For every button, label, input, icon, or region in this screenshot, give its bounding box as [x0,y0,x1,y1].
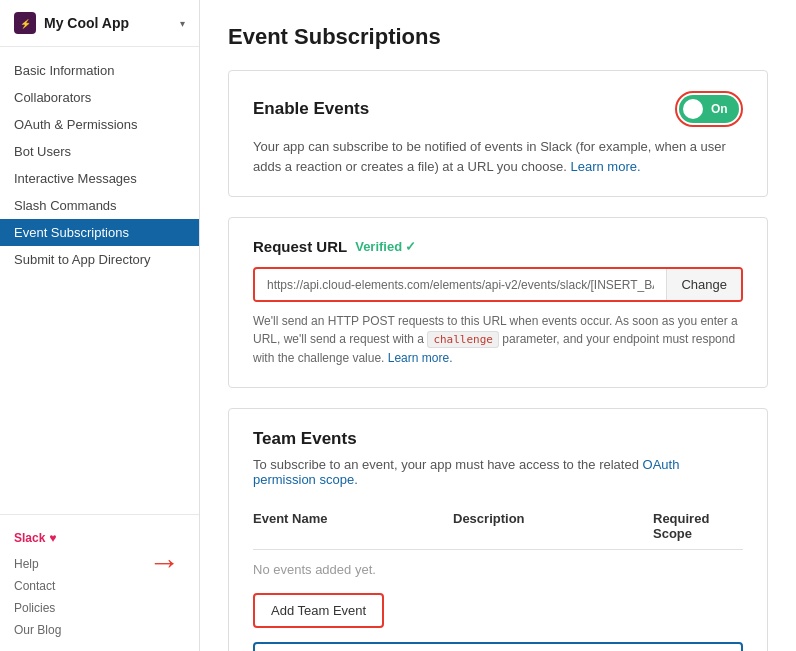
app-name: My Cool App [44,15,172,31]
sidebar-item-basic-information[interactable]: Basic Information [0,57,199,84]
col-description: Description [453,511,653,541]
no-events-text: No events added yet. [253,550,743,593]
enable-events-header: Enable Events On [253,91,743,127]
request-url-title-row: Request URL Verified ✓ [253,238,743,255]
checkmark-icon: ✓ [405,239,416,254]
verified-badge: Verified ✓ [355,239,416,254]
app-selector[interactable]: ⚡ My Cool App ▾ [0,0,199,47]
sidebar-item-submit-to-app-directory[interactable]: Submit to App Directory [0,246,199,273]
url-input[interactable] [255,270,666,300]
sidebar-item-event-subscriptions[interactable]: Event Subscriptions [0,219,199,246]
app-icon: ⚡ [14,12,36,34]
sidebar-divider [0,514,199,515]
event-search-input[interactable] [253,642,743,652]
col-required-scope: Required Scope [653,511,743,541]
enable-events-card: Enable Events On Your app can subscribe … [228,70,768,197]
sidebar-item-interactive-messages[interactable]: Interactive Messages [0,165,199,192]
toggle-label: On [711,102,728,116]
col-event-name: Event Name [253,511,453,541]
sidebar-item-bot-users[interactable]: Bot Users [0,138,199,165]
enable-events-learn-more[interactable]: Learn more. [570,159,640,174]
page-title: Event Subscriptions [228,24,768,50]
team-events-description: To subscribe to an event, your app must … [253,457,743,487]
enable-events-description: Your app can subscribe to be notified of… [253,137,743,176]
enable-events-title: Enable Events [253,99,369,119]
url-learn-more[interactable]: Learn more. [388,351,453,365]
event-search-container: channels:read channel_created A channel … [253,642,743,652]
footer-link-policies[interactable]: Policies [0,597,199,619]
url-input-row: Change [253,267,743,302]
team-events-table-header: Event Name Description Required Scope [253,503,743,550]
sidebar-item-collaborators[interactable]: Collaborators [0,84,199,111]
arrow-indicator: → [148,544,180,581]
dropdown-arrow-icon: ▾ [180,18,185,29]
toggle-knob [683,99,703,119]
sidebar-item-slash-commands[interactable]: Slash Commands [0,192,199,219]
sidebar-item-oauth-permissions[interactable]: OAuth & Permissions [0,111,199,138]
challenge-code: challenge [427,331,499,348]
change-url-button[interactable]: Change [666,269,741,300]
main-content: Event Subscriptions Enable Events On You… [200,0,796,651]
add-team-event-button[interactable]: Add Team Event [253,593,384,628]
footer-link-our-blog[interactable]: Our Blog [0,619,199,641]
request-url-title: Request URL [253,238,347,255]
team-events-card: Team Events To subscribe to an event, yo… [228,408,768,652]
enable-events-toggle[interactable]: On [679,95,739,123]
url-help-text: We'll send an HTTP POST requests to this… [253,312,743,367]
team-events-title: Team Events [253,429,743,449]
sidebar-nav: Basic Information Collaborators OAuth & … [0,47,199,506]
svg-text:⚡: ⚡ [20,18,32,30]
request-url-card: Request URL Verified ✓ Change We'll send… [228,217,768,388]
heart-icon: ♥ [49,531,56,545]
toggle-container: On [675,91,743,127]
